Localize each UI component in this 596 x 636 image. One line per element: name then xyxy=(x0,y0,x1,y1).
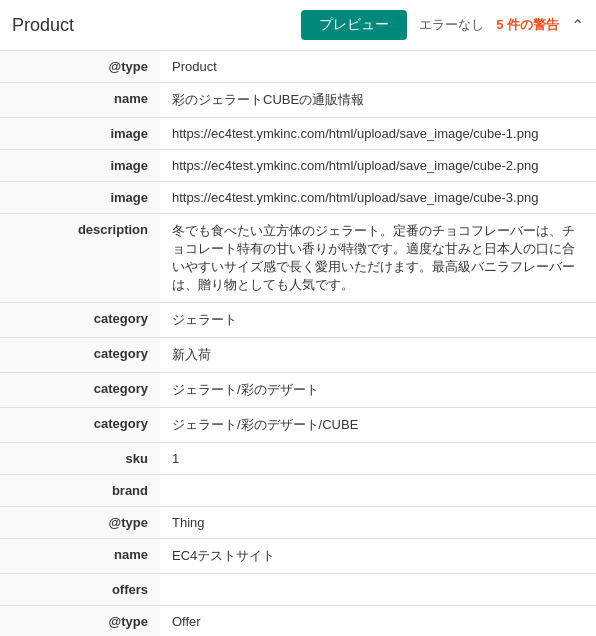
row-key-10: sku xyxy=(0,443,160,475)
row-key-12: @type xyxy=(0,507,160,539)
product-table: @type Product name 彩のジェラートCUBEの通販情報 imag… xyxy=(0,51,596,636)
row-value-7: 新入荷 xyxy=(160,338,596,373)
row-value-12: Thing xyxy=(160,507,596,539)
row-key-14: offers xyxy=(0,574,160,606)
row-value-4: https://ec4test.ymkinc.com/html/upload/s… xyxy=(160,182,596,214)
row-value-8: ジェラート/彩のデザート xyxy=(160,373,596,408)
row-key-13: name xyxy=(0,539,160,574)
row-key-15: @type xyxy=(0,606,160,637)
row-key-0: @type xyxy=(0,51,160,83)
row-value-6: ジェラート xyxy=(160,303,596,338)
row-key-8: category xyxy=(0,373,160,408)
page-header: Product プレビュー エラーなし 5 件の警告 ⌃ xyxy=(0,0,596,51)
no-error-label: エラーなし xyxy=(419,16,484,34)
row-key-3: image xyxy=(0,150,160,182)
page-title: Product xyxy=(12,15,74,36)
row-key-5: description xyxy=(0,214,160,303)
row-value-2: https://ec4test.ymkinc.com/html/upload/s… xyxy=(160,118,596,150)
row-value-5: 冬でも食べたい立方体のジェラート。定番のチョコフレーバーは、チョコレート特有の甘… xyxy=(160,214,596,303)
row-value-15: Offer xyxy=(160,606,596,637)
row-key-2: image xyxy=(0,118,160,150)
row-value-0: Product xyxy=(160,51,596,83)
row-key-6: category xyxy=(0,303,160,338)
row-value-3: https://ec4test.ymkinc.com/html/upload/s… xyxy=(160,150,596,182)
row-key-1: name xyxy=(0,83,160,118)
row-key-9: category xyxy=(0,408,160,443)
row-key-11: brand xyxy=(0,475,160,507)
row-value-14 xyxy=(160,574,596,606)
row-value-11 xyxy=(160,475,596,507)
warning-count-label: 5 件の警告 xyxy=(496,16,559,34)
row-key-7: category xyxy=(0,338,160,373)
chevron-up-icon[interactable]: ⌃ xyxy=(571,16,584,35)
row-key-4: image xyxy=(0,182,160,214)
row-value-9: ジェラート/彩のデザート/CUBE xyxy=(160,408,596,443)
preview-button[interactable]: プレビュー xyxy=(301,10,407,40)
row-value-13: EC4テストサイト xyxy=(160,539,596,574)
row-value-1: 彩のジェラートCUBEの通販情報 xyxy=(160,83,596,118)
row-value-10: 1 xyxy=(160,443,596,475)
